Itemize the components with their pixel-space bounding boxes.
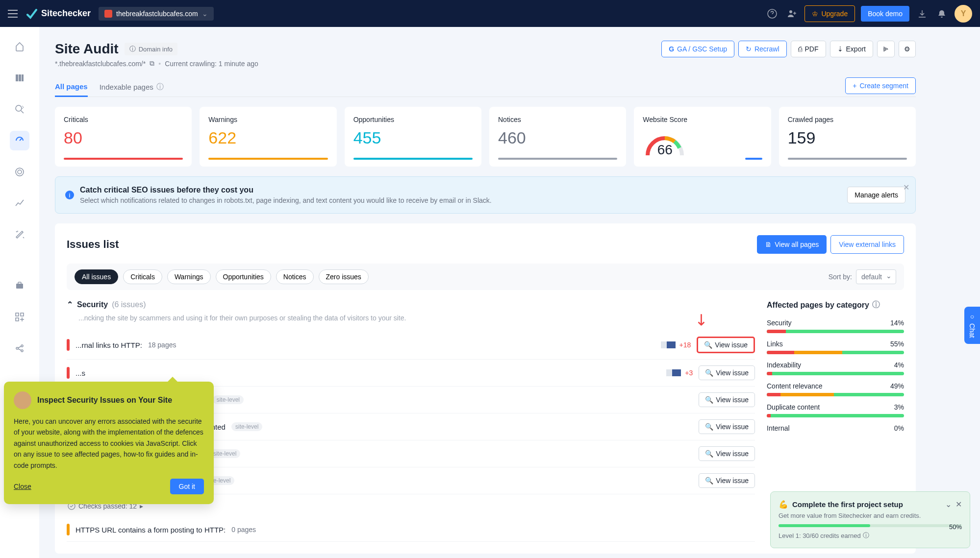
cat-bar (767, 414, 904, 417)
avatar[interactable]: Y (955, 5, 972, 23)
got-it-button[interactable]: Got it (170, 479, 204, 494)
view-external-links-button[interactable]: View external links (830, 235, 904, 254)
view-all-pages-button[interactable]: 🗎View all pages (757, 235, 827, 254)
share-icon: ⫸ (882, 45, 889, 53)
cat-content[interactable]: Content relevance49% (767, 382, 904, 390)
sort-label: Sort by: (829, 273, 852, 281)
cat-internal[interactable]: Internal0% (767, 424, 904, 432)
search-icon: 🔍 (705, 450, 713, 458)
sidebar-item-dashboard[interactable] (10, 68, 29, 88)
pdf-button[interactable]: ⎙PDF (791, 41, 826, 57)
card-notices[interactable]: Notices460 (489, 107, 626, 167)
info-icon: ⓘ (872, 300, 880, 310)
issue-row[interactable]: HTTPS URL contains a form posting to HTT… (67, 518, 755, 542)
card-criticals[interactable]: Criticals80 (55, 107, 192, 167)
recrawl-button[interactable]: ↻Recrawl (738, 41, 787, 57)
close-icon[interactable]: ✕ (903, 183, 909, 192)
bell-icon[interactable] (935, 7, 949, 21)
group-header-security[interactable]: ⌃ Security (6 issues) (67, 300, 755, 309)
info-icon: i (65, 191, 74, 199)
sparkline (666, 369, 681, 376)
pdf-label: PDF (805, 45, 819, 53)
cat-value: 49% (890, 382, 904, 390)
flex-icon: 💪 (779, 500, 788, 509)
view-issue-button[interactable]: 🔍View issue (699, 392, 755, 407)
download-icon[interactable] (915, 7, 929, 21)
view-issue-button[interactable]: 🔍View issue (699, 419, 755, 434)
settings-button[interactable]: ⚙ (899, 41, 916, 57)
logo[interactable]: Sitechecker (25, 8, 91, 20)
cat-bar (767, 351, 904, 354)
chevron-up-icon: ⌃ (67, 300, 73, 309)
cat-bar (767, 393, 904, 396)
domain-name: thebreakfastclubcafes.com (116, 10, 198, 18)
add-user-icon[interactable] (785, 7, 799, 21)
cat-dup[interactable]: Duplicate content3% (767, 403, 904, 411)
book-demo-button[interactable]: Book demo (861, 6, 909, 22)
view-issue-button[interactable]: 🔍View issue (697, 337, 755, 353)
menu-icon[interactable] (8, 10, 18, 18)
document-icon: 🗎 (765, 241, 772, 248)
help-icon[interactable] (765, 7, 779, 21)
categories-title: Affected pages by category (767, 301, 869, 310)
warnings-label: Warnings (208, 116, 327, 123)
vap-label: View all pages (775, 241, 819, 248)
sidebar-item-analytics[interactable] (10, 194, 29, 213)
chip-warnings[interactable]: Warnings (167, 269, 211, 284)
issue-name: HTTPS URL contains a form posting to HTT… (75, 526, 226, 534)
issue-row[interactable]: ...rnal links to HTTP: 18 pages +18 🔍Vie… (67, 331, 755, 360)
svg-text:i: i (69, 192, 71, 199)
export-button[interactable]: ⇣Export (830, 41, 873, 57)
upgrade-button[interactable]: ♔ Upgrade (804, 5, 855, 22)
alert-subtitle: Select which notifications related to ch… (80, 196, 841, 204)
chip-zero[interactable]: Zero issues (319, 269, 369, 284)
chat-icon: ○ (968, 313, 976, 320)
tab-indexable[interactable]: Indexable pagesⓘ (100, 77, 164, 97)
onboarding-tip: Inspect Security Issues on Your Site Her… (4, 382, 214, 504)
card-score[interactable]: Website Score 66 (634, 107, 771, 167)
sidebar-item-home[interactable] (10, 37, 29, 56)
sort-select[interactable]: default⌄ (856, 269, 896, 284)
chevron-down-icon[interactable]: ⌄ (945, 500, 952, 509)
close-icon[interactable]: ✕ (955, 500, 962, 509)
view-issue-button[interactable]: 🔍View issue (699, 446, 755, 461)
score-gauge: 66 (643, 128, 687, 158)
svg-point-17 (21, 350, 23, 352)
view-issue-button[interactable]: 🔍View issue (699, 473, 755, 488)
cat-security[interactable]: Security14% (767, 319, 904, 327)
card-warnings[interactable]: Warnings622 (200, 107, 336, 167)
chip-criticals[interactable]: Criticals (123, 269, 162, 284)
sidebar-item-search[interactable] (10, 99, 29, 119)
manage-alerts-button[interactable]: Manage alerts (847, 187, 905, 203)
cat-bar (767, 372, 904, 375)
ga-gsc-button[interactable]: GGA / GSC Setup (661, 41, 734, 57)
sidebar-item-magic[interactable] (10, 225, 29, 244)
share-button[interactable]: ⫸ (877, 41, 895, 57)
cat-index[interactable]: Indexability4% (767, 361, 904, 369)
sidebar-item-briefcase[interactable] (10, 276, 29, 295)
cat-links[interactable]: Links55% (767, 340, 904, 348)
sidebar-item-share[interactable] (10, 339, 29, 358)
card-crawled[interactable]: Crawled pages159 (779, 107, 916, 167)
tip-close-link[interactable]: Close (14, 483, 31, 490)
chip-opportunities[interactable]: Opportunities (216, 269, 271, 284)
external-link-icon[interactable]: ⧉ (150, 59, 154, 68)
domain-selector[interactable]: thebreakfastclubcafes.com ⌄ (99, 7, 214, 21)
crawled-label: Crawled pages (788, 116, 907, 123)
create-segment-button[interactable]: +Create segment (845, 77, 916, 94)
cat-bar (767, 330, 904, 333)
sidebar-item-apps[interactable] (10, 307, 29, 327)
chip-notices[interactable]: Notices (276, 269, 314, 284)
sidebar-item-target[interactable] (10, 162, 29, 182)
chip-all-issues[interactable]: All issues (75, 269, 118, 284)
vi-label: View issue (715, 341, 748, 349)
sidebar-item-audit[interactable] (10, 131, 29, 150)
tab-all-pages[interactable]: All pages (55, 77, 88, 97)
chat-button[interactable]: ○ Chat (964, 307, 980, 344)
ga-label: GA / GSC Setup (677, 45, 727, 53)
plus-icon: + (853, 82, 856, 90)
domain-info-button[interactable]: ⓘ Domain info (125, 43, 177, 55)
view-issue-button[interactable]: 🔍View issue (699, 365, 755, 380)
alert-title: Catch critical SEO issues before they co… (80, 186, 841, 194)
card-opportunities[interactable]: Opportunities455 (345, 107, 481, 167)
